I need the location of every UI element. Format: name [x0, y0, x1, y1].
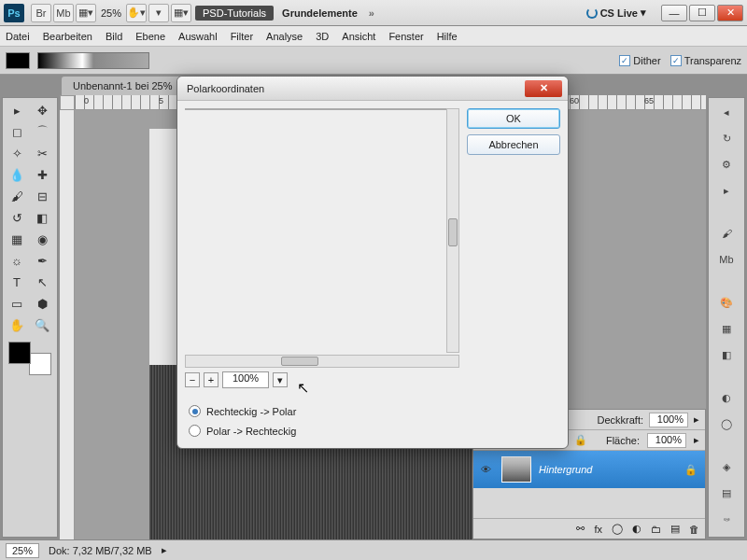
filter-preview[interactable] — [185, 108, 446, 110]
dialog-titlebar[interactable]: Polarkoordinaten ✕ — [177, 77, 568, 101]
wand-tool[interactable]: ✧ — [5, 143, 29, 163]
mask-icon[interactable]: ◯ — [715, 413, 738, 434]
menu-auswahl[interactable]: Auswahl — [178, 31, 218, 42]
new-layer-icon[interactable]: ▤ — [670, 523, 680, 535]
statusbar: 25% Dok: 7,32 MB/7,32 MB ▸ — [0, 539, 747, 560]
mask-add-icon[interactable]: ◯ — [612, 523, 623, 535]
menu-analyse[interactable]: Analyse — [266, 31, 303, 42]
actions-icon[interactable]: ⚙ — [715, 154, 738, 175]
cancel-button[interactable]: Abbrechen — [467, 134, 560, 155]
channels-icon[interactable]: ▤ — [715, 483, 738, 503]
close-button[interactable]: ✕ — [717, 5, 743, 21]
fill-input[interactable]: 100% — [647, 433, 686, 448]
eraser-tool[interactable]: ◧ — [30, 207, 54, 228]
mb-icon[interactable]: Mb — [715, 249, 738, 270]
play-icon[interactable]: ▸ — [715, 180, 738, 201]
hand-tool[interactable]: ✋ — [5, 315, 29, 335]
link-icon[interactable]: ⚯ — [576, 523, 585, 535]
menu-filter[interactable]: Filter — [231, 31, 253, 42]
zoom-tool[interactable]: 🔍 — [30, 315, 54, 335]
tool-preset[interactable] — [6, 52, 30, 69]
brush-panel-icon[interactable]: 🖌 — [715, 223, 738, 244]
history-icon[interactable]: ↻ — [715, 128, 738, 148]
expand-icon[interactable]: ▸ — [5, 100, 29, 120]
layer-thumbnail[interactable] — [501, 456, 531, 483]
dither-checkbox[interactable]: ✓Dither — [619, 55, 660, 66]
adjustment-icon[interactable]: ◐ — [632, 523, 641, 535]
status-zoom[interactable]: 25% — [6, 543, 39, 558]
3d-tool[interactable]: ⬢ — [30, 293, 54, 314]
menu-hilfe[interactable]: Hilfe — [437, 31, 458, 42]
minimize-button[interactable]: — — [661, 5, 687, 21]
fx-icon[interactable]: fx — [594, 524, 602, 535]
extras-button[interactable]: ▦▾ — [171, 4, 191, 22]
hand-button[interactable]: ✋▾ — [126, 4, 147, 22]
gradient-picker[interactable] — [37, 52, 149, 69]
bg-color[interactable] — [29, 353, 51, 375]
preview-scrollbar-h[interactable] — [185, 355, 459, 368]
styles-icon[interactable]: ▦ — [715, 318, 738, 339]
maximize-button[interactable]: ☐ — [689, 5, 715, 21]
dialog-close-button[interactable]: ✕ — [525, 80, 562, 97]
blur-tool[interactable]: ◉ — [30, 229, 54, 249]
zoom-in-button[interactable]: + — [204, 372, 218, 387]
menu-bild[interactable]: Bild — [106, 31, 122, 42]
shape-tool[interactable]: ▭ — [5, 293, 29, 314]
zoom-out-button[interactable]: − — [185, 372, 200, 387]
swatches-icon[interactable]: 🎨 — [715, 292, 738, 313]
radio-polar-to-rect[interactable]: Polar -> Rechteckig — [189, 425, 456, 437]
cslive-button[interactable]: CS Live▾ — [586, 7, 646, 19]
workspace-badge-2[interactable]: Grundelemente — [276, 6, 363, 21]
opacity-flyout-icon[interactable]: ▸ — [694, 413, 699, 426]
minibridge-button[interactable]: Mb — [53, 4, 74, 22]
document-tab[interactable]: Unbenannt-1 bei 25% × — [62, 77, 195, 95]
layers-icon[interactable]: ◈ — [715, 456, 738, 477]
type-tool[interactable]: T — [5, 272, 29, 292]
status-flyout-icon[interactable]: ▸ — [162, 544, 167, 556]
stamp-tool[interactable]: ⊟ — [30, 186, 54, 206]
workspace-badge-1[interactable]: PSD-Tutorials — [195, 6, 274, 21]
lasso-tool[interactable]: ⌒ — [30, 121, 54, 142]
bridge-button[interactable]: Br — [31, 4, 51, 22]
arrange-button[interactable]: ▾ — [148, 4, 169, 22]
history-brush-tool[interactable]: ↺ — [5, 207, 29, 228]
zoom-display[interactable]: 25% — [97, 7, 125, 19]
menu-bearbeiten[interactable]: Bearbeiten — [43, 31, 92, 42]
color-swatches[interactable] — [5, 340, 55, 377]
zoom-dropdown[interactable]: ▾ — [273, 372, 288, 387]
opacity-input[interactable]: 100% — [649, 413, 688, 427]
visibility-icon[interactable]: 👁 — [481, 464, 494, 475]
move-tool[interactable]: ✥ — [30, 100, 54, 120]
pen-tool[interactable]: ✒ — [30, 250, 54, 271]
group-icon[interactable]: 🗀 — [651, 524, 661, 535]
marquee-tool[interactable]: ◻ — [5, 121, 29, 142]
fg-color[interactable] — [8, 342, 31, 364]
menu-fenster[interactable]: Fenster — [388, 31, 423, 42]
menu-3d[interactable]: 3D — [316, 31, 329, 42]
collapse-icon[interactable]: ◂ — [715, 102, 738, 122]
heal-tool[interactable]: ✚ — [30, 164, 54, 185]
trash-icon[interactable]: 🗑 — [689, 524, 699, 535]
crop-tool[interactable]: ✂ — [30, 143, 54, 163]
brush-tool[interactable]: 🖌 — [5, 186, 29, 206]
menu-ebene[interactable]: Ebene — [135, 31, 165, 42]
dodge-tool[interactable]: ☼ — [5, 250, 29, 271]
workspace-more-icon[interactable]: » — [369, 7, 374, 19]
menu-datei[interactable]: Datei — [6, 31, 30, 42]
menu-ansicht[interactable]: Ansicht — [342, 31, 375, 42]
adjust-icon[interactable]: ◐ — [715, 387, 738, 408]
radio-rect-to-polar[interactable]: Rechteckig -> Polar — [189, 405, 456, 417]
screenmode-button[interactable]: ▦▾ — [76, 4, 96, 22]
gradient-tool[interactable]: ▦ — [5, 229, 29, 249]
eyedropper-tool[interactable]: 💧 — [5, 164, 29, 185]
layer-row-background[interactable]: 👁 Hintergrund 🔒 — [473, 451, 705, 488]
fill-flyout-icon[interactable]: ▸ — [694, 434, 699, 446]
ok-button[interactable]: OK — [467, 108, 560, 129]
transparency-checkbox[interactable]: ✓Transparenz — [670, 55, 741, 66]
path-tool[interactable]: ↖ — [30, 272, 54, 292]
color-icon[interactable]: ◧ — [715, 344, 738, 365]
preview-scrollbar-v[interactable] — [446, 108, 459, 353]
paths-icon[interactable]: ⎃ — [715, 509, 738, 529]
zoom-value[interactable]: 100% — [222, 371, 269, 388]
lock-all-icon[interactable]: 🔒 — [574, 434, 587, 446]
